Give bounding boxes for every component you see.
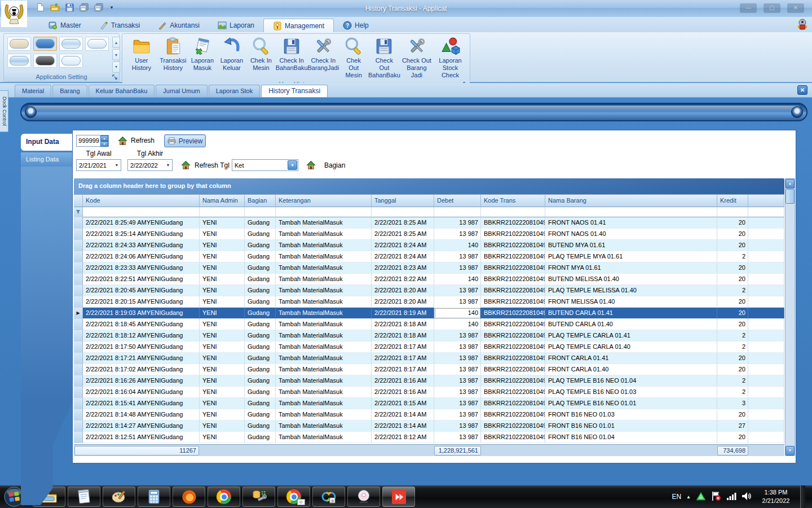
laporan-keluar-button[interactable]: LaporanKeluar bbox=[217, 36, 246, 73]
grid-cell[interactable]: YENI bbox=[200, 251, 245, 262]
taskbar-remote-app[interactable] bbox=[382, 487, 415, 507]
grid-cell[interactable]: BBKRR210222081049 bbox=[481, 285, 545, 296]
refresh-tgl-house-icon[interactable] bbox=[181, 160, 191, 170]
grid-cell[interactable]: YENI bbox=[200, 375, 245, 387]
grid-cell[interactable]: 2/22/2021 8:24:06 AMYENIGudang bbox=[83, 251, 200, 262]
column-header[interactable]: Kode Trans bbox=[481, 194, 545, 207]
grid-cell[interactable]: Gudang bbox=[245, 387, 276, 398]
grid-cell[interactable]: 2/22/2021 8:18 AM bbox=[372, 330, 434, 341]
grid-cell[interactable]: YENI bbox=[200, 217, 245, 229]
grid-cell[interactable]: 2/22/2021 8:18 AM bbox=[372, 319, 434, 330]
filter-cell[interactable] bbox=[748, 207, 784, 217]
grid-cell[interactable] bbox=[748, 217, 784, 229]
column-header[interactable]: Kode bbox=[83, 194, 200, 207]
filter-cell[interactable] bbox=[434, 207, 481, 217]
grid-cell[interactable]: YENI bbox=[200, 296, 245, 308]
sidebar-item-listing-data[interactable]: Listing Data bbox=[21, 152, 72, 167]
grid-cell[interactable]: YENI bbox=[200, 432, 245, 443]
grid-cell[interactable]: 2/22/2021 8:16 AM bbox=[372, 375, 434, 387]
column-header[interactable]: Bagian bbox=[245, 194, 276, 207]
grid-cell[interactable]: YENI bbox=[200, 308, 245, 319]
grid-cell[interactable]: 13 987 bbox=[434, 432, 481, 443]
refresh-tgl-label[interactable]: Refresh Tgl bbox=[195, 161, 230, 169]
grid-cell[interactable]: 2/22/2021 8:25:14 AMYENIGudang bbox=[83, 229, 200, 240]
grid-cell[interactable]: 2/22/2021 8:20:15 AMYENIGudang bbox=[83, 296, 200, 308]
grid-cell[interactable]: Gudang bbox=[245, 353, 276, 364]
grid-cell[interactable]: BBKRR210222081049 bbox=[481, 274, 545, 285]
grid-cell[interactable]: Tambah MaterialMasuk bbox=[276, 421, 372, 432]
language-indicator[interactable]: EN bbox=[672, 493, 681, 501]
column-header[interactable]: Nama Admin bbox=[200, 194, 245, 207]
tab-keluar-bahanbaku[interactable]: Keluar BahanBaku bbox=[89, 85, 155, 97]
grid-cell[interactable]: BBKRR210222081049 bbox=[481, 330, 545, 341]
grid-cell[interactable]: Gudang bbox=[245, 308, 276, 319]
grid-cell[interactable]: Tambah MaterialMasuk bbox=[276, 353, 372, 364]
grid-cell[interactable]: 2/22/2021 8:16:04 AMYENIGudang bbox=[83, 387, 200, 398]
grid-cell[interactable]: Tambah MaterialMasuk bbox=[276, 296, 372, 308]
table-row[interactable]: 2/22/2021 8:12:51 AMYENIGudangYENIGudang… bbox=[74, 432, 784, 443]
grid-cell[interactable]: 13 987 bbox=[434, 341, 481, 353]
table-row[interactable]: 2/22/2021 8:20:15 AMYENIGudangYENIGudang… bbox=[74, 296, 784, 308]
grid-cell[interactable]: 140 bbox=[434, 319, 481, 330]
ket-combobox[interactable]: Ket▼ bbox=[232, 159, 298, 171]
grid-cell[interactable]: 2/22/2021 8:22 AM bbox=[372, 274, 434, 285]
grid-cell[interactable]: 2/22/2021 8:17 AM bbox=[372, 364, 434, 375]
grid-cell[interactable]: Tambah MaterialMasuk bbox=[276, 251, 372, 262]
grid-cell[interactable]: Gudang bbox=[245, 364, 276, 375]
table-row[interactable]: 2/22/2021 8:20:45 AMYENIGudangYENIGudang… bbox=[74, 285, 784, 296]
grid-cell[interactable]: 2/22/2021 8:19 AM bbox=[372, 308, 434, 319]
grid-cell[interactable]: 20 bbox=[717, 217, 748, 229]
grid-cell[interactable]: YENI bbox=[200, 364, 245, 375]
grid-cell[interactable] bbox=[748, 296, 784, 308]
grid-cell[interactable]: FRONT B16 NEO 01.04 bbox=[545, 432, 717, 443]
column-header[interactable]: Debet bbox=[434, 194, 481, 207]
grid-cell[interactable]: 140 bbox=[434, 240, 481, 251]
grid-cell[interactable]: 2/22/2021 8:14:48 AMYENIGudang bbox=[83, 409, 200, 421]
grid-cell[interactable] bbox=[748, 364, 784, 375]
grid-cell[interactable]: 13 987 bbox=[434, 296, 481, 308]
grid-cell[interactable]: 13 987 bbox=[434, 375, 481, 387]
column-header[interactable]: Keterangan bbox=[276, 194, 372, 207]
grid-cell[interactable]: YENI bbox=[200, 421, 245, 432]
tab-history-transaksi[interactable]: History Transaksi bbox=[261, 85, 328, 97]
grid-cell[interactable]: Gudang bbox=[245, 409, 276, 421]
grid-cell[interactable]: 13 987 bbox=[434, 251, 481, 262]
grid-cell[interactable] bbox=[748, 421, 784, 432]
minimize-button[interactable]: — bbox=[740, 3, 757, 13]
grid-cell[interactable]: FRONT NAOS 01.40 bbox=[545, 229, 717, 240]
check-out-barang-jadi-button[interactable]: Check OutBarang Jadi bbox=[400, 36, 433, 80]
grid-cell[interactable]: BBKRR210222081049 bbox=[481, 398, 545, 409]
grid-cell[interactable]: 2/22/2021 8:17:50 AMYENIGudang bbox=[83, 341, 200, 353]
grid-cell[interactable]: FRONT CARLA 01.41 bbox=[545, 353, 717, 364]
filter-cell[interactable] bbox=[545, 207, 717, 217]
grid-cell[interactable] bbox=[748, 319, 784, 330]
grid-cell[interactable]: 140 bbox=[434, 274, 481, 285]
grid-cell[interactable]: FRONT NAOS 01.41 bbox=[545, 217, 717, 229]
grid-cell[interactable]: 2/22/2021 8:20 AM bbox=[372, 285, 434, 296]
theme-swatch-4[interactable] bbox=[85, 37, 109, 51]
grid-cell[interactable]: PLAQ TEMPLE MYA 01.61 bbox=[545, 251, 717, 262]
grid-cell[interactable]: BUTEND CARLA 01.40 bbox=[545, 319, 717, 330]
table-row[interactable]: 2/22/2021 8:24:06 AMYENIGudangYENIGudang… bbox=[74, 251, 784, 262]
grid-cell[interactable]: PLAQ TEMPLE CARLA 01.40 bbox=[545, 341, 717, 353]
grid-cell[interactable]: 20 bbox=[717, 364, 748, 375]
table-row[interactable]: 2/22/2021 8:24:33 AMYENIGudangYENIGudang… bbox=[74, 240, 784, 251]
grid-cell[interactable]: 20 bbox=[717, 432, 748, 443]
check-out-bahanbaku-button[interactable]: Check OutBahanBaku bbox=[368, 36, 400, 80]
grid-cell[interactable]: 13 987 bbox=[434, 330, 481, 341]
grid-cell[interactable]: Tambah MaterialMasuk bbox=[276, 375, 372, 387]
grid-cell[interactable]: YENI bbox=[200, 262, 245, 274]
tab-jurnal-umum[interactable]: Jurnal Umum bbox=[156, 85, 207, 97]
grid-cell[interactable]: Gudang bbox=[245, 330, 276, 341]
show-desktop-button[interactable] bbox=[800, 485, 805, 508]
grid-cell[interactable]: 13 987 bbox=[434, 409, 481, 421]
grid-cell[interactable]: BBKRR210222081049 bbox=[481, 432, 545, 443]
grid-cell[interactable]: Tambah MaterialMasuk bbox=[276, 341, 372, 353]
column-header[interactable]: Kredit bbox=[717, 194, 748, 207]
taskbar-notepad[interactable] bbox=[68, 487, 100, 507]
table-row[interactable]: 2/22/2021 8:17:50 AMYENIGudangYENIGudang… bbox=[74, 341, 784, 353]
grid-cell[interactable]: 2/22/2021 8:23:33 AMYENIGudang bbox=[83, 262, 200, 274]
grid-cell[interactable]: 2/22/2021 8:22:51 AMYENIGudang bbox=[83, 274, 200, 285]
theme-swatch-3[interactable] bbox=[59, 37, 83, 51]
tab-help[interactable]: ? Help bbox=[334, 19, 378, 32]
